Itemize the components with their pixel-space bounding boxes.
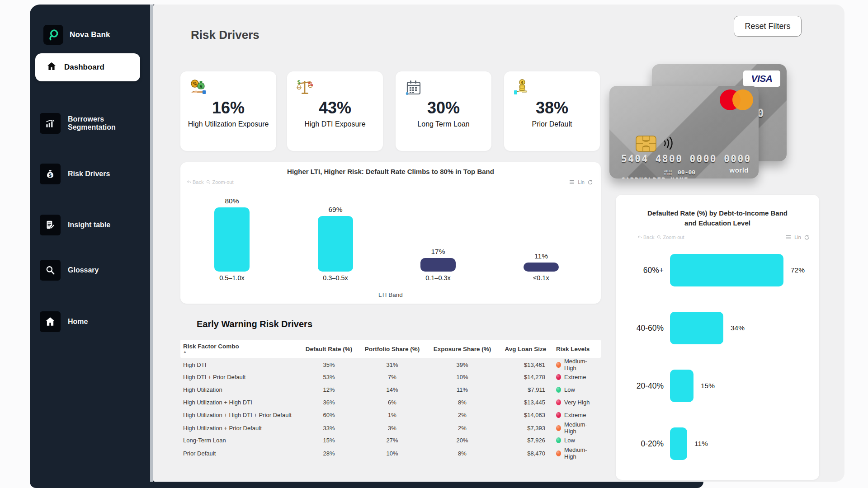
bar-40-60[interactable] (670, 312, 723, 344)
bar-60-plus[interactable] (670, 254, 783, 286)
column-header-default-rate[interactable]: Default Rate (%) (298, 346, 359, 352)
brand: Nova Bank (43, 25, 110, 45)
table-row[interactable]: High DTI + Prior Default53%7%10%$14,278E… (180, 371, 601, 383)
magnifier-icon (40, 260, 61, 281)
kpi-card-prior-default[interactable]: $ 38% Prior Default (504, 71, 600, 151)
kpi-value: 38% (504, 99, 600, 117)
svg-text:$: $ (199, 84, 203, 89)
sidebar-item-dashboard[interactable]: Dashboard (35, 53, 140, 81)
hbar-row: 20-40% 15% (616, 370, 715, 402)
sidebar-item-glossary[interactable]: Glossary (40, 260, 99, 281)
dashboard-root: Nova Bank Dashboard Borrowers Segmentati… (0, 0, 868, 488)
bar-20-40[interactable] (670, 370, 693, 402)
bar-0.3-0.5x[interactable] (318, 216, 353, 272)
emv-chip-icon (636, 136, 656, 154)
svg-text:$: $ (49, 173, 52, 178)
back-arrow-icon (637, 235, 642, 239)
table-title: Early Warning Risk Drivers (197, 319, 312, 329)
table-row[interactable]: High Utilization + High DTI36%6%8%$13,44… (180, 396, 601, 408)
document-pencil-icon (40, 215, 61, 235)
lti-chart-plot: 80% 69% 17% 11% (180, 162, 601, 272)
sidebar-item-home[interactable]: Home (40, 311, 88, 332)
sidebar: Nova Bank Dashboard Borrowers Segmentati… (30, 5, 150, 488)
risk-level-dot (556, 425, 561, 431)
back-button[interactable]: Back (637, 235, 654, 240)
table-row[interactable]: Prior Default28%10%8%$8,470Medium-High (180, 446, 601, 459)
bar-value-label: 17% (431, 248, 445, 256)
x-tick-label: ≤0.1x (524, 274, 559, 282)
chart-title: Defaulted Rate (%) by Debt-to-Income Ban… (616, 208, 819, 228)
chart-toolbar-left: Back Zoom-out (637, 235, 684, 240)
nova-bank-logo-icon (43, 25, 63, 45)
restore-icon[interactable] (804, 235, 809, 240)
bar-value-label: 11% (694, 440, 708, 448)
sidebar-item-label: Dashboard (64, 63, 104, 72)
kpi-label: High Utilization Exposure (180, 120, 276, 128)
svg-text:%: % (308, 81, 313, 87)
column-header-avg-loan-size[interactable]: Avg Loan Size (500, 346, 552, 352)
bar-0.1-0.3x[interactable] (420, 258, 456, 272)
kpi-card-high-dti[interactable]: $% 43% High DTI Exposure (287, 71, 383, 151)
sort-ascending-icon: ▲ (183, 350, 298, 354)
hand-money-percent-icon: %$ (189, 78, 208, 99)
bar-0-20[interactable] (670, 427, 687, 460)
column-header-risk-factor-combo[interactable]: Risk Factor Combo▲ (183, 343, 298, 354)
bar-le-0.1x[interactable] (524, 263, 559, 272)
brand-name: Nova Bank (70, 30, 110, 39)
bar-0.5-1.0x[interactable] (214, 207, 250, 272)
column-header-risk-levels[interactable]: Risk Levels (552, 346, 598, 352)
table-row[interactable]: High Utilization + Prior Default33%3%2%$… (180, 421, 601, 434)
table-row[interactable]: High Utilization + High DTI + Prior Defa… (180, 408, 601, 421)
sidebar-item-label: Insight table (68, 221, 110, 229)
kpi-label: Long Term Loan (396, 120, 491, 128)
zoom-out-button[interactable]: Zoom-out (657, 235, 684, 240)
card-number: 5404 4800 0000 0000 (621, 154, 751, 164)
kpi-label: High DTI Exposure (287, 120, 383, 128)
sidebar-item-borrowers-segmentation[interactable]: Borrowers Segmentation (40, 113, 150, 134)
kpi-value: 30% (396, 99, 491, 117)
hbar-row: 60%+ 72% (616, 254, 805, 286)
risk-level-dot (556, 399, 561, 405)
cardholder-name: CARDHOLDER NAME (621, 176, 689, 178)
bar-value-label: 72% (791, 266, 805, 274)
kpi-card-long-term-loan[interactable]: 30% Long Term Loan (396, 71, 491, 151)
y-tick-label: 20-40% (616, 381, 664, 391)
mastercard-logo-icon (732, 89, 753, 110)
kpi-label: Prior Default (504, 120, 600, 128)
visa-logo: VISA (743, 70, 780, 87)
balance-scale-icon: $% (295, 78, 314, 99)
bar-value-label: 11% (534, 252, 548, 260)
svg-text:%: % (193, 81, 197, 86)
svg-text:$: $ (521, 81, 524, 85)
page-title: Risk Drivers (191, 28, 259, 42)
chart-toolbar-right: Lin (786, 235, 809, 240)
data-view-icon[interactable] (786, 235, 791, 239)
hbar-row: 40-60% 34% (616, 312, 745, 344)
kpi-value: 16% (180, 99, 276, 117)
x-tick-label: 0.3–0.5x (318, 274, 353, 282)
bar-chart-icon (40, 113, 61, 134)
column-header-exposure-share[interactable]: Exposure Share (%) (425, 346, 500, 352)
sidebar-item-risk-drivers[interactable]: $ Risk Drivers (40, 164, 110, 184)
world-label: world (730, 166, 749, 174)
money-bag-icon: $ (40, 164, 61, 184)
zoom-out-icon (657, 235, 661, 239)
risk-level-dot (556, 387, 561, 393)
bar-value-label: 34% (731, 324, 745, 332)
sidebar-item-insight-table[interactable]: Insight table (40, 215, 110, 235)
y-tick-label: 0-20% (616, 439, 664, 449)
linear-scale-toggle[interactable]: Lin (794, 235, 801, 240)
kpi-card-high-utilization[interactable]: %$ 16% High Utilization Exposure (180, 71, 276, 151)
sidebar-item-label: Risk Drivers (68, 170, 110, 178)
y-tick-label: 60%+ (616, 266, 664, 275)
column-header-portfolio-share[interactable]: Portfolio Share (%) (359, 346, 425, 352)
sidebar-scrollbar[interactable] (150, 5, 153, 482)
reset-filters-button[interactable]: Reset Filters (734, 16, 802, 37)
table-row[interactable]: High Utilization12%14%11%$7,911Low (180, 383, 601, 396)
table-row[interactable]: Long-Term Loan15%27%20%$7,926Low (180, 434, 601, 446)
sidebar-item-label: Home (68, 318, 88, 326)
risk-level-dot (556, 374, 561, 380)
hbar-row: 0-20% 11% (616, 427, 708, 460)
table-row[interactable]: High DTI35%31%39%$13,461Medium-High (180, 358, 601, 371)
hand-coins-icon: $ (512, 78, 531, 99)
